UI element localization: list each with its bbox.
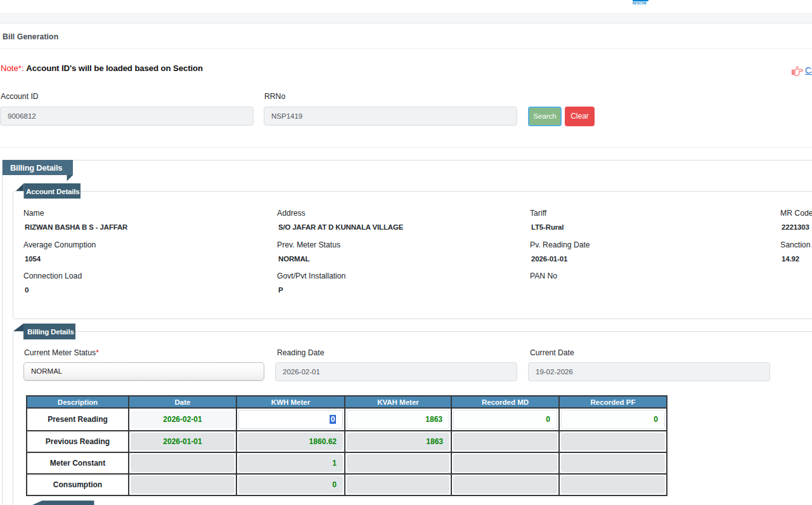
svg-text:Account Details: Account Details	[26, 187, 80, 195]
svg-text:Billing Details: Billing Details	[27, 327, 74, 336]
svg-text:BESCOM: BESCOM	[633, 2, 647, 5]
svg-text:Billing Details: Billing Details	[10, 163, 62, 173]
